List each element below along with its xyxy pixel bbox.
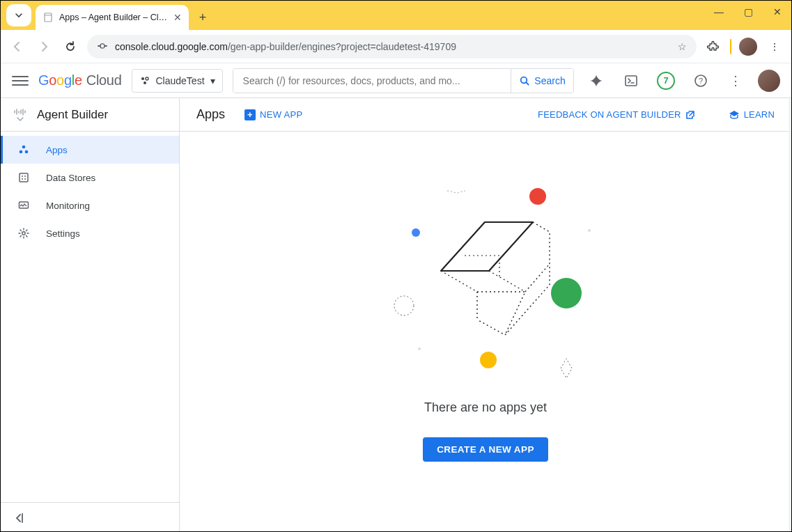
site-info-icon[interactable] — [97, 42, 108, 52]
scrollbar-track[interactable] — [789, 98, 791, 532]
profile-separator — [730, 39, 731, 54]
browser-menu-button[interactable]: ⋮ — [765, 37, 784, 56]
tab-list-dropdown[interactable] — [6, 4, 31, 26]
puzzle-icon — [707, 40, 720, 53]
plus-icon: + — [244, 109, 256, 120]
svg-point-12 — [20, 150, 23, 154]
svg-point-27 — [394, 296, 414, 315]
help-button[interactable]: ? — [688, 68, 713, 93]
terminal-icon — [624, 74, 638, 88]
console-search-input[interactable] — [233, 69, 511, 93]
svg-point-17 — [22, 178, 23, 180]
agent-builder-icon — [13, 108, 27, 122]
svg-point-25 — [588, 229, 591, 232]
sidebar-item-label: Monitoring — [46, 201, 90, 211]
svg-point-11 — [22, 146, 26, 149]
project-dots-icon — [139, 75, 150, 86]
svg-point-16 — [24, 175, 26, 177]
svg-point-4 — [141, 77, 144, 80]
empty-illustration — [374, 173, 597, 389]
monitoring-icon — [18, 200, 31, 211]
svg-rect-14 — [20, 173, 28, 182]
window-minimize-button[interactable]: — — [709, 6, 729, 17]
sidebar-item-apps[interactable]: Apps — [1, 136, 179, 164]
extensions-button[interactable] — [704, 37, 723, 56]
svg-point-15 — [22, 175, 23, 177]
nav-menu-button[interactable] — [12, 72, 29, 89]
utilities-menu-button[interactable]: ⋮ — [723, 68, 748, 93]
empty-state: There are no apps yet CREATE A NEW APP — [180, 132, 791, 532]
new-app-button[interactable]: + NEW APP — [244, 109, 302, 120]
sidebar: Agent Builder Apps Data Stores Monitorin… — [1, 98, 180, 532]
collapse-left-icon — [13, 512, 26, 524]
page-title: Apps — [196, 107, 225, 122]
search-icon — [519, 75, 530, 86]
empty-message: There are no apps yet — [424, 400, 547, 415]
account-avatar[interactable] — [758, 70, 780, 92]
feedback-link[interactable]: FEEDBACK ON AGENT BUILDER — [538, 109, 695, 120]
notification-count: 7 — [657, 72, 675, 90]
arrow-left-icon — [11, 40, 24, 53]
google-cloud-logo[interactable]: Google Cloud — [38, 72, 122, 88]
svg-point-6 — [143, 81, 146, 84]
help-icon: ? — [694, 74, 708, 88]
chevron-down-icon — [15, 11, 23, 19]
sidebar-item-label: Settings — [46, 228, 80, 239]
create-new-app-button[interactable]: CREATE A NEW APP — [423, 437, 548, 462]
reload-icon — [64, 40, 77, 53]
project-name: ClaudeTest — [156, 75, 205, 86]
console-search: Search — [233, 68, 574, 93]
tab-title: Apps – Agent Builder – Claude — [59, 13, 168, 22]
graduation-cap-icon — [729, 109, 740, 120]
cloud-shell-button[interactable] — [619, 68, 644, 93]
sidebar-item-data-stores[interactable]: Data Stores — [1, 164, 179, 191]
bookmark-star-icon[interactable]: ☆ — [678, 41, 687, 52]
window-controls: — ▢ ✕ — [709, 6, 787, 17]
console-search-button[interactable]: Search — [511, 69, 573, 93]
tab-favicon-icon — [42, 12, 54, 23]
svg-point-13 — [25, 150, 29, 154]
svg-text:?: ? — [699, 77, 703, 85]
svg-point-18 — [24, 178, 26, 180]
main-header: Apps + NEW APP FEEDBACK ON AGENT BUILDER… — [180, 98, 791, 132]
sidebar-item-label: Apps — [46, 145, 68, 155]
main-area: Apps + NEW APP FEEDBACK ON AGENT BUILDER… — [180, 98, 791, 532]
product-header[interactable]: Agent Builder — [1, 98, 179, 132]
sidebar-collapse-button[interactable] — [1, 502, 179, 532]
sidebar-item-monitoring[interactable]: Monitoring — [1, 191, 179, 219]
gear-icon — [18, 228, 31, 239]
project-picker[interactable]: ClaudeTest ▾ — [132, 69, 223, 93]
new-tab-button[interactable]: + — [193, 8, 212, 27]
gemini-spark-button[interactable] — [584, 68, 609, 93]
data-stores-icon — [18, 172, 31, 183]
svg-point-22 — [412, 228, 420, 237]
svg-point-20 — [22, 232, 25, 235]
arrow-right-icon — [38, 40, 50, 53]
browser-tab-active[interactable]: Apps – Agent Builder – Claude ✕ — [36, 5, 189, 30]
caret-down-icon: ▾ — [210, 75, 215, 86]
svg-point-26 — [418, 347, 421, 350]
spark-icon — [589, 74, 603, 88]
sidebar-item-settings[interactable]: Settings — [1, 219, 179, 247]
browser-profile-avatar[interactable] — [738, 37, 758, 56]
learn-link[interactable]: LEARN — [729, 109, 775, 120]
svg-point-5 — [146, 77, 148, 80]
svg-point-21 — [529, 188, 546, 205]
open-in-new-icon — [685, 110, 695, 120]
notifications-badge[interactable]: 7 — [653, 68, 678, 93]
browser-toolbar: console.cloud.google.com/gen-app-builder… — [1, 30, 791, 63]
sidebar-nav: Apps Data Stores Monitoring Settings — [1, 132, 179, 502]
sidebar-item-label: Data Stores — [46, 173, 95, 183]
svg-point-23 — [551, 278, 582, 308]
url-text: console.cloud.google.com/gen-app-builder… — [115, 41, 671, 52]
browser-back-button[interactable] — [8, 37, 27, 56]
tab-close-icon[interactable]: ✕ — [173, 12, 182, 23]
browser-forward-button[interactable] — [34, 37, 54, 56]
cloud-console-header: Google Cloud ClaudeTest ▾ Search 7 ? ⋮ — [1, 63, 791, 98]
apps-icon — [18, 144, 31, 155]
window-maximize-button[interactable]: ▢ — [738, 6, 758, 17]
window-close-button[interactable]: ✕ — [768, 6, 787, 17]
url-bar[interactable]: console.cloud.google.com/gen-app-builder… — [87, 35, 697, 58]
browser-tab-strip: Apps – Agent Builder – Claude ✕ + — ▢ ✕ — [1, 1, 791, 30]
browser-reload-button[interactable] — [61, 37, 80, 56]
